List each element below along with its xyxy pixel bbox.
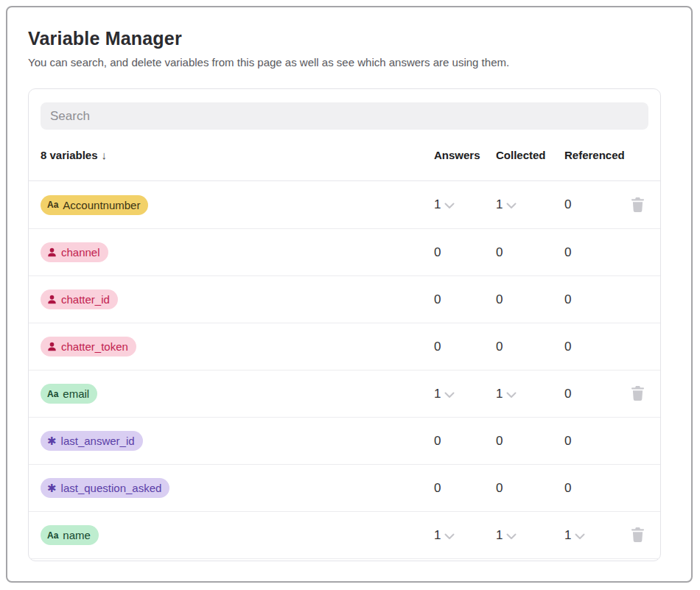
referenced-count-dropdown[interactable]: 1 [564, 528, 627, 543]
user-type-icon [47, 247, 57, 257]
partially-visible-row [29, 558, 660, 561]
variable-name: last_question_asked [61, 482, 162, 494]
answers-count-dropdown[interactable]: 1 [434, 528, 496, 543]
referenced-count: 0 [564, 197, 627, 212]
table-row: Aa ✱ channel 0 0 0 [29, 228, 660, 275]
answers-count-dropdown[interactable]: 1 [434, 197, 496, 212]
variable-pill-accountnumber[interactable]: Aa ✱ Accountnumber [41, 195, 148, 215]
collected-count: 0 [496, 434, 564, 449]
referenced-count: 0 [564, 245, 627, 260]
variable-pill-name[interactable]: Aa ✱ name [41, 525, 99, 545]
collected-count: 0 [496, 245, 564, 260]
variables-card: 8 variables↓ Answers Collected Reference… [28, 88, 661, 561]
variable-name: channel [61, 246, 100, 259]
table-header: 8 variables↓ Answers Collected Reference… [29, 130, 660, 181]
variable-pill-email[interactable]: Aa ✱ email [41, 384, 97, 404]
variable-name: email [63, 387, 89, 400]
answers-count-dropdown[interactable]: 1 [434, 387, 496, 401]
variables-count-label: 8 variables [41, 149, 98, 161]
system-type-icon: ✱ [47, 435, 57, 448]
collected-count: 1 [496, 528, 503, 543]
referenced-count: 1 [564, 528, 571, 543]
variable-pill-chatter-token[interactable]: Aa ✱ chatter_token [41, 337, 136, 357]
referenced-count-value: 0 [564, 197, 571, 212]
referenced-count: 0 [564, 340, 627, 354]
referenced-count: 0 [564, 481, 627, 496]
collected-count: 0 [496, 340, 564, 354]
collected-count-dropdown[interactable]: 1 [496, 387, 564, 401]
collected-count: 1 [496, 197, 503, 212]
user-type-icon [47, 295, 57, 304]
variable-pill-channel[interactable]: Aa ✱ channel [41, 242, 108, 262]
answers-count: 0 [434, 245, 496, 260]
search-input[interactable] [41, 102, 648, 130]
referenced-count: 0 [564, 292, 627, 307]
collected-count: 0 [496, 292, 564, 307]
chevron-down-icon [444, 533, 455, 540]
referenced-count: 0 [564, 434, 627, 449]
variable-pill-chatter-id[interactable]: Aa ✱ chatter_id [41, 289, 118, 309]
variable-name: chatter_token [61, 340, 128, 353]
collected-count-dropdown[interactable]: 1 [496, 197, 564, 212]
table-row: Aa ✱ name 1 1 1 [29, 511, 660, 558]
delete-variable-button[interactable] [627, 527, 648, 543]
collected-count: 1 [496, 387, 503, 401]
answers-count: 1 [434, 197, 441, 212]
delete-variable-button[interactable] [627, 197, 648, 213]
column-header-collected: Collected [496, 149, 564, 161]
referenced-count: 0 [564, 387, 627, 401]
answers-count: 1 [434, 387, 441, 401]
text-type-icon: Aa [47, 200, 58, 210]
chevron-down-icon [506, 392, 517, 398]
answers-count: 0 [434, 292, 496, 307]
variable-name: name [63, 529, 91, 541]
page-title: Variable Manager [28, 28, 691, 49]
table-row: Aa ✱ last_question_asked 0 0 0 [29, 464, 660, 511]
chevron-down-icon [506, 533, 517, 540]
text-type-icon: Aa [47, 389, 58, 399]
table-row: Aa ✱ chatter_id 0 0 0 [29, 275, 660, 323]
variable-name: chatter_id [61, 293, 110, 306]
variable-pill-last-answer-id[interactable]: Aa ✱ last_answer_id [41, 431, 143, 451]
sort-descending-icon[interactable]: ↓ [102, 149, 108, 161]
chevron-down-icon [575, 533, 585, 540]
table-row: Aa ✱ Accountnumber 1 1 0 [29, 181, 660, 228]
app-window: Variable Manager You can search, and del… [6, 6, 693, 583]
trash-icon [631, 386, 645, 401]
chevron-down-icon [444, 203, 455, 209]
answers-count: 1 [434, 528, 441, 543]
collected-count-dropdown[interactable]: 1 [496, 528, 564, 543]
table-row: Aa ✱ last_answer_id 0 0 0 [29, 417, 660, 464]
variable-pill-last-question-asked[interactable]: Aa ✱ last_question_asked [41, 478, 169, 498]
answers-count: 0 [434, 481, 496, 496]
column-header-referenced: Referenced [564, 149, 627, 161]
column-header-answers: Answers [434, 149, 496, 161]
collected-count: 0 [496, 481, 564, 496]
page-subtitle: You can search, and delete variables fro… [28, 56, 691, 69]
delete-variable-button[interactable] [627, 386, 648, 401]
variables-count: 8 variables↓ [41, 149, 434, 161]
chevron-down-icon [444, 392, 455, 398]
table-row: Aa ✱ email 1 1 0 [29, 370, 660, 417]
answers-count: 0 [434, 340, 496, 354]
table-row: Aa ✱ chatter_token 0 0 0 [29, 323, 660, 370]
user-type-icon [47, 342, 57, 351]
chevron-down-icon [506, 203, 517, 209]
variable-name: Accountnumber [63, 199, 140, 211]
text-type-icon: Aa [47, 530, 58, 541]
variable-name: last_answer_id [61, 435, 135, 447]
trash-icon [631, 527, 645, 543]
answers-count: 0 [434, 434, 496, 449]
trash-icon [631, 197, 645, 213]
system-type-icon: ✱ [47, 482, 57, 495]
